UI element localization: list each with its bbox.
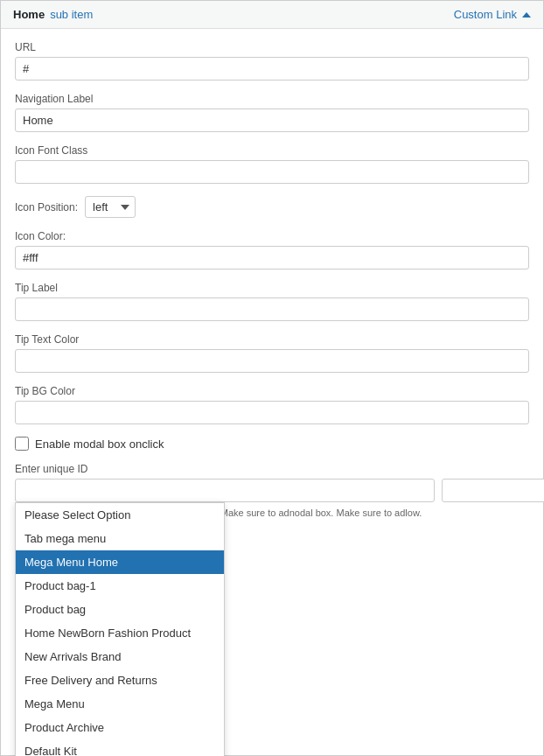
tip-label-label: Tip Label xyxy=(15,282,529,294)
icon-color-group: Icon Color: xyxy=(15,230,529,270)
url-group: URL xyxy=(15,41,529,80)
icon-color-label: Icon Color: xyxy=(15,230,529,242)
dropdown-item-mega-menu[interactable]: Mega Menu xyxy=(16,692,224,716)
tip-bg-color-input[interactable] xyxy=(15,401,529,424)
unique-id-label: Enter unique ID xyxy=(15,463,529,475)
dropdown-item-please-select[interactable]: Please Select Option xyxy=(16,503,224,527)
dropdown-list: Please Select Option Tab mega menu Mega … xyxy=(15,502,225,756)
tip-bg-color-group: Tip BG Color xyxy=(15,385,529,424)
enable-modal-row: Enable modal box onclick xyxy=(15,437,529,451)
enable-modal-checkbox[interactable] xyxy=(15,437,29,451)
url-input[interactable] xyxy=(15,57,529,80)
dropdown-item-tab-mega[interactable]: Tab mega menu xyxy=(16,527,224,550)
tip-label-group: Tip Label xyxy=(15,282,529,321)
unique-id-side-input[interactable] xyxy=(442,479,544,502)
url-label: URL xyxy=(15,41,529,53)
tip-bg-color-label: Tip BG Color xyxy=(15,385,529,397)
nav-label-input[interactable] xyxy=(15,108,529,132)
unique-id-side-input-wrap xyxy=(442,479,529,502)
main-container: Home sub item Custom Link URL Navigation… xyxy=(0,0,544,756)
chevron-up-icon xyxy=(522,12,531,18)
dropdown-item-product-bag[interactable]: Product bag xyxy=(16,598,224,621)
nav-label-group: Navigation Label xyxy=(15,93,529,132)
icon-position-label: Icon Position: xyxy=(15,201,78,214)
tip-label-input[interactable] xyxy=(15,298,529,321)
icon-color-input[interactable] xyxy=(15,246,529,270)
dropdown-item-default-kit[interactable]: Default Kit xyxy=(16,739,224,756)
dropdown-item-mega-home[interactable]: Mega Menu Home xyxy=(16,550,224,574)
custom-link-button[interactable]: Custom Link xyxy=(454,8,531,21)
icon-font-class-group: Icon Font Class xyxy=(15,144,529,184)
enable-modal-label: Enable modal box onclick xyxy=(35,438,164,451)
tip-text-color-label: Tip Text Color xyxy=(15,333,529,346)
header-title: Home xyxy=(13,8,45,21)
dropdown-item-home-newborn[interactable]: Home NewBorn Fashion Product xyxy=(16,621,224,645)
header-left: Home sub item xyxy=(13,8,93,21)
custom-link-label: Custom Link xyxy=(454,8,517,21)
header-subtitle: sub item xyxy=(50,8,93,21)
icon-font-class-label: Icon Font Class xyxy=(15,144,529,157)
unique-id-row: Please Select Option Tab mega menu Mega … xyxy=(15,479,529,502)
dropdown-item-new-arrivals[interactable]: New Arrivals Brand xyxy=(16,645,224,668)
form-body: URL Navigation Label Icon Font Class Ico… xyxy=(1,29,543,699)
dropdown-item-free-delivery[interactable]: Free Delivery and Returns xyxy=(16,668,224,692)
icon-position-row: Icon Position: left right xyxy=(15,196,529,218)
unique-id-input-wrap: Please Select Option Tab mega menu Mega … xyxy=(15,479,435,502)
unique-id-input[interactable] xyxy=(15,479,435,502)
icon-font-class-input[interactable] xyxy=(15,160,529,184)
header-bar: Home sub item Custom Link xyxy=(1,1,543,29)
unique-id-section: Enter unique ID Please Select Option Tab… xyxy=(15,463,529,521)
tip-text-color-group: Tip Text Color xyxy=(15,333,529,373)
tip-text-color-input[interactable] xyxy=(15,349,529,373)
dropdown-item-product-archive[interactable]: Product Archive xyxy=(16,716,224,739)
dropdown-item-product-bag1[interactable]: Product bag-1 xyxy=(16,574,224,598)
icon-position-select[interactable]: left right xyxy=(85,196,136,218)
nav-label-label: Navigation Label xyxy=(15,93,529,105)
